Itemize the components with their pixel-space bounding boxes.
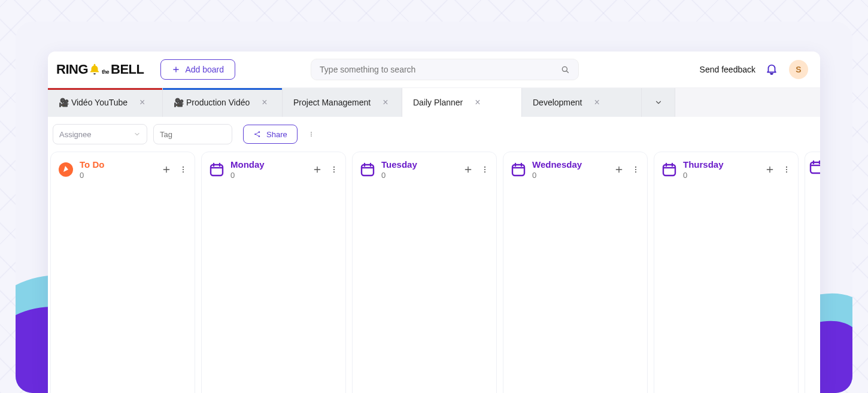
column-title: Wednesday (532, 159, 608, 170)
logo-text-mid: the (102, 69, 109, 75)
share-icon (253, 130, 262, 138)
add-board-button[interactable]: Add board (160, 59, 235, 80)
share-label: Share (266, 130, 287, 139)
logo-text-post: BELL (111, 62, 144, 77)
svg-rect-15 (362, 165, 374, 176)
column-title: Tuesday (381, 159, 457, 170)
toolbar: Assignee Share (48, 117, 820, 152)
send-feedback-link[interactable]: Send feedback (700, 65, 755, 74)
column-add-button[interactable] (614, 164, 624, 175)
avatar[interactable]: S (789, 60, 808, 79)
tab-label: Daily Planner (413, 98, 463, 107)
toolbar-more-button[interactable] (306, 129, 317, 140)
column-header: Wednesday 0 (503, 152, 647, 186)
tab-close-icon[interactable]: × (262, 98, 267, 107)
svg-point-24 (786, 167, 787, 168)
tab-daily-planner[interactable]: Daily Planner × (402, 88, 522, 117)
column-title: Thursday (683, 159, 758, 170)
assignee-placeholder: Assignee (59, 130, 91, 139)
svg-point-25 (786, 169, 787, 170)
tab-close-icon[interactable]: × (594, 98, 600, 107)
assignee-select[interactable]: Assignee (53, 124, 147, 144)
column-count: 0 (80, 171, 155, 180)
svg-point-18 (484, 171, 485, 173)
search-input-wrap[interactable] (311, 59, 579, 80)
tab-project-management[interactable]: Project Management × (283, 88, 402, 117)
column-count: 0 (381, 171, 457, 180)
tab-video-youtube[interactable]: 🎥 Vidéo YouTube × (48, 88, 163, 117)
svg-point-10 (183, 171, 184, 173)
calendar-icon (209, 162, 224, 177)
column-more-button[interactable] (329, 164, 339, 175)
column-header (805, 152, 820, 182)
header: RING the BELL Add board Send feedback S (48, 52, 820, 88)
svg-point-22 (635, 171, 636, 173)
svg-point-3 (259, 135, 260, 137)
svg-point-6 (311, 135, 312, 137)
column-title: To Do (80, 159, 155, 170)
column-add-button[interactable] (161, 164, 172, 175)
column-header: Thursday 0 (654, 152, 798, 186)
column-header: Tuesday 0 (353, 152, 496, 186)
search-icon (560, 65, 570, 74)
column-monday: Monday 0 (201, 152, 346, 393)
todo-icon (58, 162, 74, 177)
tab-close-icon[interactable]: × (383, 98, 388, 107)
svg-point-1 (254, 134, 256, 135)
column-header: To Do 0 (51, 152, 195, 186)
tabs-overflow-button[interactable] (642, 88, 675, 117)
svg-point-13 (333, 169, 335, 170)
plus-icon (172, 65, 180, 74)
logo: RING the BELL (56, 62, 144, 77)
column-title: Monday (230, 159, 306, 170)
column-more-button[interactable] (781, 164, 792, 175)
chevron-down-icon (133, 131, 141, 138)
column-next-peek[interactable] (805, 152, 820, 393)
svg-point-12 (333, 167, 335, 168)
column-add-button[interactable] (312, 164, 323, 175)
notifications-button[interactable] (765, 62, 779, 77)
tab-development[interactable]: Development × (522, 88, 642, 117)
column-more-button[interactable] (479, 164, 490, 175)
svg-point-14 (333, 171, 335, 173)
svg-point-5 (311, 134, 312, 135)
svg-point-8 (183, 167, 184, 168)
svg-rect-27 (811, 162, 820, 173)
calendar-icon (661, 162, 677, 177)
bell-logo-icon (88, 63, 101, 76)
svg-rect-23 (663, 165, 675, 176)
app-window: RING the BELL Add board Send feedback S (48, 52, 820, 393)
svg-point-26 (786, 171, 787, 173)
search-input[interactable] (320, 65, 560, 74)
column-add-button[interactable] (463, 164, 474, 175)
share-button[interactable]: Share (243, 125, 298, 144)
avatar-initial: S (796, 65, 801, 74)
column-count: 0 (230, 171, 306, 180)
tag-input[interactable] (153, 124, 232, 144)
column-todo: To Do 0 (50, 152, 195, 393)
column-header: Monday 0 (202, 152, 345, 186)
svg-point-0 (562, 66, 567, 71)
calendar-icon (511, 162, 526, 177)
column-wednesday: Wednesday 0 (503, 152, 648, 393)
svg-rect-19 (512, 165, 524, 176)
column-more-button[interactable] (178, 164, 189, 175)
tab-label: 🎥 Production Vidéo (174, 98, 250, 107)
tab-label: Development (533, 98, 582, 107)
tab-production-video[interactable]: 🎥 Production Vidéo × (163, 88, 283, 117)
calendar-icon (360, 162, 375, 177)
logo-text-pre: RING (56, 62, 88, 77)
tab-label: 🎥 Vidéo YouTube (59, 98, 128, 107)
tab-close-icon[interactable]: × (475, 98, 480, 107)
column-more-button[interactable] (630, 164, 641, 175)
svg-point-17 (484, 169, 485, 170)
column-tuesday: Tuesday 0 (352, 152, 497, 393)
svg-point-16 (484, 167, 485, 168)
svg-point-2 (259, 131, 260, 133)
column-count: 0 (532, 171, 608, 180)
kanban-board: To Do 0 Monday 0 (48, 152, 820, 393)
column-add-button[interactable] (764, 164, 775, 175)
svg-rect-11 (211, 165, 223, 176)
tab-close-icon[interactable]: × (139, 98, 145, 107)
calendar-icon (809, 159, 820, 175)
